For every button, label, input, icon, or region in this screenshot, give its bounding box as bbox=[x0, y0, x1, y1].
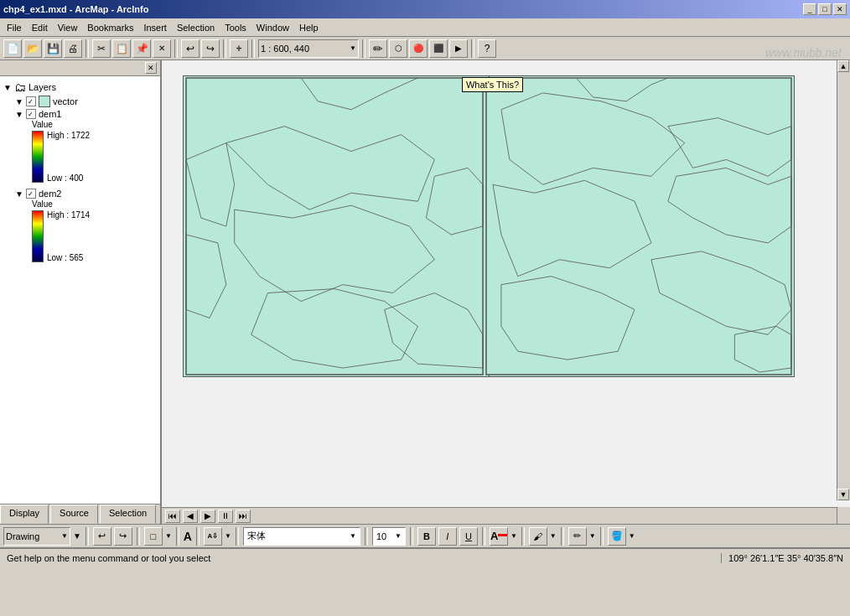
map-canvas[interactable] bbox=[183, 75, 795, 377]
menu-window[interactable]: Window bbox=[251, 21, 294, 34]
font-name-dropdown[interactable]: 宋体 ▼ bbox=[243, 527, 360, 546]
minimize-button[interactable]: _ bbox=[803, 3, 816, 15]
sidebar: ✕ ▼ 🗂 Layers ▼ vector bbox=[0, 60, 162, 524]
scale-dropdown[interactable]: 1 : 600, 440 ▼ bbox=[258, 39, 359, 58]
whats-this-tooltip: What's This? bbox=[462, 77, 523, 92]
menu-file[interactable]: File bbox=[2, 21, 27, 34]
nav-prev-button[interactable]: ◀ bbox=[183, 510, 198, 523]
font-color-button[interactable]: A bbox=[490, 527, 508, 546]
drawing-sep5 bbox=[236, 527, 239, 546]
dem1-low-label: Low : 400 bbox=[47, 173, 90, 183]
menu-view[interactable]: View bbox=[53, 21, 83, 34]
open-button[interactable]: 📂 bbox=[23, 39, 42, 58]
tool5[interactable]: ▶ bbox=[449, 39, 468, 58]
underline-button[interactable]: U bbox=[459, 527, 478, 546]
edit-tool[interactable]: ✏ bbox=[369, 39, 387, 58]
map-scrollbar-vertical[interactable]: ▲ ▼ bbox=[837, 60, 850, 500]
dem1-checkbox[interactable] bbox=[26, 109, 36, 119]
fill-arrow-icon: ▼ bbox=[629, 532, 635, 540]
map-area[interactable]: ▲ ▼ ⏮ ◀ ▶ ⏸ ⏭ bbox=[162, 60, 850, 524]
dem2-ramp: High : 1714 Low : 565 bbox=[32, 210, 157, 262]
tool3[interactable]: 🔴 bbox=[409, 39, 428, 58]
dem2-colorbar bbox=[32, 210, 44, 262]
dem1-expand-icon[interactable]: ▼ bbox=[15, 110, 23, 119]
menu-insert[interactable]: Insert bbox=[138, 21, 172, 34]
sidebar-close-button[interactable]: ✕ bbox=[145, 62, 157, 74]
save-button[interactable]: 💾 bbox=[44, 39, 62, 58]
tool4[interactable]: ⬛ bbox=[429, 39, 448, 58]
dem2-high-label: High : 1714 bbox=[47, 210, 90, 220]
nav-end-button[interactable]: ⏭ bbox=[236, 510, 251, 523]
nav-back-button[interactable]: ⏮ bbox=[165, 510, 180, 523]
main-toolbar: 📄 📂 💾 🖨 ✂ 📋 📌 ✕ ↩ ↪ + 1 : 600, 440 ▼ ✏ ⬡… bbox=[0, 37, 850, 60]
menu-help[interactable]: Help bbox=[294, 21, 324, 34]
dem2-name: dem2 bbox=[39, 189, 62, 199]
dem2-labels: High : 1714 Low : 565 bbox=[47, 210, 90, 262]
rect-tool[interactable]: □ bbox=[144, 527, 163, 546]
menu-selection[interactable]: Selection bbox=[172, 21, 220, 34]
italic-button[interactable]: I bbox=[438, 527, 457, 546]
select-tool[interactable]: ⬡ bbox=[389, 39, 407, 58]
separator-2 bbox=[174, 39, 178, 58]
nav-pause-button[interactable]: ⏸ bbox=[218, 510, 233, 523]
separator-1 bbox=[86, 39, 89, 58]
new-button[interactable]: 📄 bbox=[3, 39, 22, 58]
vector-checkbox[interactable] bbox=[26, 96, 36, 106]
undo-button[interactable]: ↩ bbox=[181, 39, 200, 58]
scrollbar-down-button[interactable]: ▼ bbox=[837, 489, 849, 500]
line-color-button[interactable]: ✏ bbox=[568, 527, 587, 546]
drawing-sep4 bbox=[196, 527, 200, 546]
rotate-back-button[interactable]: ↩ bbox=[93, 527, 111, 546]
cut-button[interactable]: ✂ bbox=[92, 39, 111, 58]
status-help-text: Get help on the menu command or tool you… bbox=[0, 553, 722, 563]
separator-5 bbox=[362, 39, 365, 58]
redo-button[interactable]: ↪ bbox=[201, 39, 220, 58]
menu-tools[interactable]: Tools bbox=[220, 21, 251, 34]
vector-icon bbox=[39, 96, 50, 107]
dem2-expand-icon[interactable]: ▼ bbox=[15, 189, 23, 199]
paste-button[interactable]: 📌 bbox=[132, 39, 151, 58]
sidebar-tabs: Display Source Selection bbox=[0, 504, 160, 524]
dem1-layer-row: ▼ dem1 bbox=[15, 108, 157, 120]
drawing-sep10 bbox=[561, 527, 564, 546]
tab-selection[interactable]: Selection bbox=[100, 505, 156, 524]
dem1-labels: High : 1722 Low : 400 bbox=[47, 131, 90, 183]
fill-color-button[interactable]: 🪣 bbox=[608, 527, 626, 546]
delete-button[interactable]: ✕ bbox=[153, 39, 171, 58]
close-button[interactable]: ✕ bbox=[833, 3, 847, 15]
menu-bookmarks[interactable]: Bookmarks bbox=[82, 21, 138, 34]
dem2-layer-group: ▼ dem2 Value High : 1714 Low : 565 bbox=[15, 188, 157, 262]
menu-edit[interactable]: Edit bbox=[27, 21, 53, 34]
whats-this-button[interactable]: ? bbox=[478, 39, 496, 58]
dem2-checkbox[interactable] bbox=[26, 189, 36, 199]
rotate-fwd-button[interactable]: ↪ bbox=[114, 527, 132, 546]
vector-layer-row: ▼ vector bbox=[15, 95, 157, 108]
copy-button[interactable]: 📋 bbox=[112, 39, 131, 58]
layers-root-row: ▼ 🗂 Layers bbox=[3, 80, 157, 95]
font-color-arrow-icon: ▼ bbox=[511, 532, 517, 540]
drawing-arrow-icon: ▼ bbox=[61, 532, 68, 540]
scrollbar-up-button[interactable]: ▲ bbox=[837, 60, 849, 72]
vector-expand-icon[interactable]: ▼ bbox=[15, 97, 23, 106]
layers-root-label: Layers bbox=[29, 82, 56, 92]
scrollbar-corner bbox=[837, 507, 850, 524]
font-size-dropdown[interactable]: 10 ▼ bbox=[372, 527, 406, 546]
map-viewport[interactable] bbox=[183, 75, 795, 377]
nav-play-button[interactable]: ▶ bbox=[200, 510, 215, 523]
maximize-button[interactable]: □ bbox=[818, 3, 832, 15]
layers-expand-icon[interactable]: ▼ bbox=[3, 83, 12, 92]
status-bar: Get help on the menu command or tool you… bbox=[0, 547, 850, 567]
highlight-button[interactable]: 🖌 bbox=[529, 527, 547, 546]
bold-button[interactable]: B bbox=[417, 527, 436, 546]
scale-arrow: ▼ bbox=[350, 44, 356, 52]
drawing-dropdown[interactable]: Drawing ▼ bbox=[3, 527, 70, 546]
dem1-value-label: Value bbox=[32, 120, 157, 129]
tab-source[interactable]: Source bbox=[50, 505, 98, 524]
drawing-label: Drawing bbox=[6, 531, 39, 541]
dem2-legend: Value High : 1714 Low : 565 bbox=[32, 199, 157, 262]
print-button[interactable]: 🖨 bbox=[64, 39, 82, 58]
tab-display[interactable]: Display bbox=[0, 505, 49, 524]
add-data-button[interactable]: + bbox=[230, 39, 248, 58]
text-symbol-button[interactable]: A⇩ bbox=[204, 527, 222, 546]
map-svg bbox=[184, 76, 794, 376]
